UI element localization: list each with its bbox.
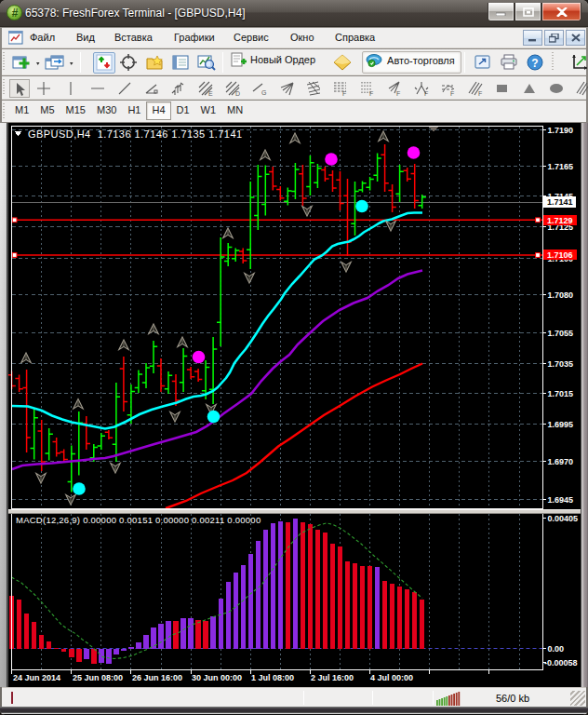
svg-text:1.7035: 1.7035 — [548, 359, 574, 369]
svg-text:GBPUSD,H4 1.7136 1.7146 1.713: GBPUSD,H4 1.7136 1.7146 1.7135 1.7141 — [28, 128, 243, 140]
svg-text:1.7190: 1.7190 — [548, 126, 574, 135]
svg-text:1.7141: 1.7141 — [547, 197, 573, 207]
svg-text:1.7080: 1.7080 — [548, 290, 574, 300]
svg-text:F: F — [424, 90, 428, 97]
svg-text:F: F — [478, 90, 482, 97]
svg-text:?: ? — [531, 57, 538, 70]
svg-text:26 Jun 16:00: 26 Jun 16:00 — [132, 673, 182, 682]
svg-text:1.6945: 1.6945 — [548, 495, 574, 505]
svg-text:30 Jun 00:00: 30 Jun 00:00 — [192, 673, 242, 682]
svg-text:1.7165: 1.7165 — [548, 162, 574, 171]
svg-text:24 Jun 2014: 24 Jun 2014 — [13, 673, 60, 682]
svg-text:1.7106: 1.7106 — [547, 250, 573, 260]
svg-text:F: F — [369, 90, 373, 97]
svg-text:F: F — [450, 90, 454, 97]
svg-text:1.6995: 1.6995 — [548, 420, 574, 429]
svg-text:0.00405: 0.00405 — [548, 514, 579, 523]
svg-text:1.7129: 1.7129 — [547, 216, 573, 225]
svg-text:F: F — [396, 90, 400, 97]
svg-text:0.00: 0.00 — [548, 644, 565, 654]
svg-text:D: D — [235, 90, 240, 97]
svg-text:2 Jul 16:00: 2 Jul 16:00 — [311, 673, 354, 682]
svg-text:25 Jun 08:00: 25 Jun 08:00 — [73, 673, 123, 682]
svg-text:4 Jul 00:00: 4 Jul 00:00 — [370, 673, 413, 682]
svg-text:F: F — [342, 90, 346, 97]
svg-text:E: E — [208, 90, 213, 97]
svg-text:1.7055: 1.7055 — [548, 329, 574, 338]
svg-text:1.6970: 1.6970 — [548, 457, 574, 466]
svg-text:MACD(12,26,9) 0.00000 0.00151: MACD(12,26,9) 0.00000 0.00151 0.00000 0.… — [16, 515, 261, 525]
svg-text:1 Jul 08:00: 1 Jul 08:00 — [251, 673, 294, 682]
svg-text:-0.00058: -0.00058 — [544, 658, 578, 668]
svg-text:G: G — [261, 89, 266, 96]
svg-text:1.7015: 1.7015 — [548, 389, 574, 398]
